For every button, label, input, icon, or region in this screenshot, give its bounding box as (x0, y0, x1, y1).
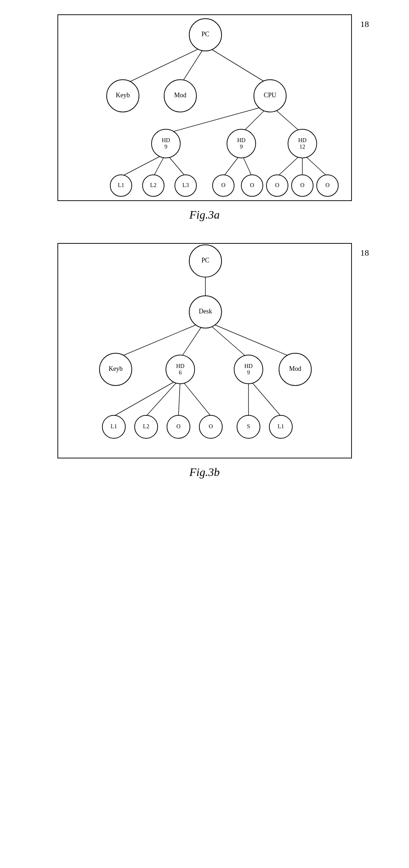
o2-node-3b: O (209, 423, 213, 429)
diagram-svg-3a: PC Keyb Mod CPU HD 9 HD 9 HD 12 L1 (58, 15, 353, 202)
fig-label-3a: Fig.3a (189, 208, 219, 221)
hd12-line1: HD (298, 137, 306, 143)
keyb-node-3b: Keyb (108, 365, 122, 372)
mod-node-3a: Mod (174, 92, 186, 99)
hd9-line2: 9 (247, 369, 250, 375)
svg-line-6 (121, 153, 166, 177)
o1-node-3a: O (221, 182, 226, 188)
svg-line-30 (116, 321, 205, 359)
diagram-svg-3b: PC Desk Keyb HD 6 HD 9 Mod L1 L2 (58, 244, 353, 459)
hd9-1-line2: 9 (164, 144, 167, 150)
hd9-2-line2: 9 (240, 144, 243, 150)
l1-1-node-3b: L1 (111, 423, 117, 429)
o4-node-3a: O (300, 182, 305, 188)
hd9-1-line1: HD (162, 137, 170, 143)
l3-node-3a: L3 (182, 182, 189, 188)
mod-node-3b: Mod (289, 365, 301, 372)
desk-node-3b: Desk (199, 308, 212, 315)
diagram-box-3b: 18 PC Desk Keyb (57, 243, 352, 458)
l1-node-3a: L1 (118, 182, 124, 188)
o5-node-3a: O (325, 182, 330, 188)
o2-node-3a: O (250, 182, 254, 188)
o3-node-3a: O (275, 182, 279, 188)
hd12-line2: 12 (299, 144, 305, 150)
l1-2-node-3b: L1 (278, 423, 284, 429)
figure-3b: 18 PC Desk Keyb (22, 243, 387, 479)
figure-3a: 18 PC Key (22, 14, 387, 221)
diagram-box-3a: 18 PC Key (57, 14, 352, 201)
hd9-line1: HD (244, 363, 252, 369)
cpu-node-3a: CPU (264, 92, 276, 99)
svg-line-33 (205, 321, 295, 359)
svg-line-37 (180, 378, 211, 416)
svg-line-2 (205, 46, 270, 85)
pc-node-3b: PC (201, 257, 209, 264)
fig-label-3b: Fig.3b (189, 466, 219, 479)
hd9-2-line1: HD (237, 137, 245, 143)
ref-number-3b: 18 (361, 248, 369, 258)
o1-node-3b: O (176, 423, 181, 429)
l2-node-3a: L2 (150, 182, 157, 188)
keyb-node-3a: Keyb (116, 92, 130, 99)
svg-line-35 (146, 378, 180, 416)
ref-number-3a: 18 (361, 19, 369, 29)
pc-node-3a: PC (201, 31, 209, 38)
l2-node-3b: L2 (143, 423, 149, 429)
svg-line-39 (248, 378, 281, 416)
svg-line-34 (114, 378, 180, 416)
hd6-line2: 6 (179, 369, 182, 375)
hd6-line1: HD (176, 363, 184, 369)
s-node-3b: S (247, 423, 250, 429)
